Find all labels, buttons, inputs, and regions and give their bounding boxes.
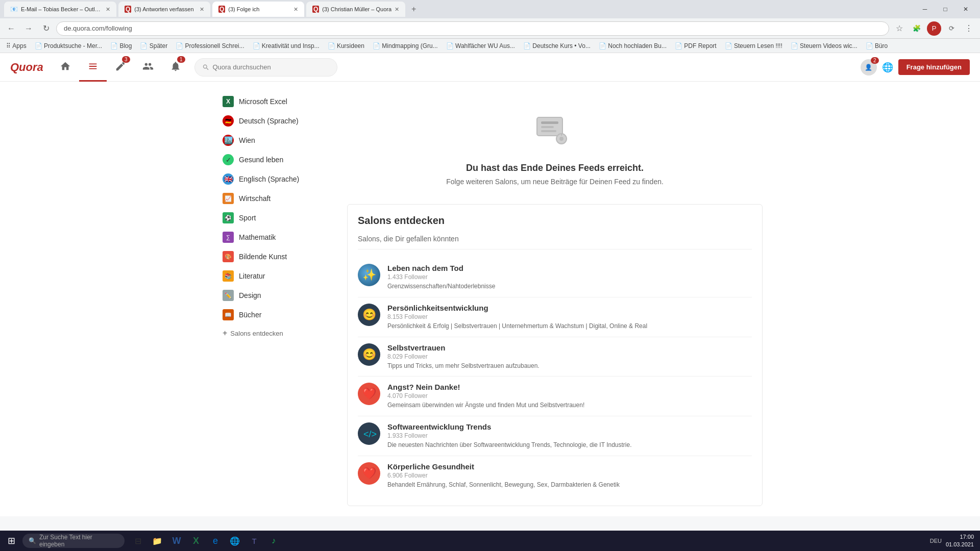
- language-button[interactable]: 🌐: [882, 62, 893, 73]
- bookmark-label: 📄 Produktsuche - Mer...: [35, 42, 102, 49]
- sidebar-item-design[interactable]: ✏️ Design: [217, 286, 335, 305]
- salons-card: Salons entdecken Salons, die Dir gefalle…: [347, 204, 763, 506]
- sidebar-item-sport[interactable]: ⚽ Sport: [217, 208, 335, 228]
- salon-item-angst[interactable]: ❤️ Angst? Nein Danke! 4.070 Follower Gem…: [358, 377, 752, 416]
- nav-home[interactable]: [52, 53, 79, 82]
- browser-tab-folge[interactable]: Q (3) Folge ich ✕: [212, 2, 304, 17]
- sidebar-item-deutsch[interactable]: 🇩🇪 Deutsch (Sprache): [217, 111, 335, 131]
- sidebar-icon-englisch: 🇬🇧: [223, 173, 234, 185]
- svg-point-5: [559, 137, 564, 141]
- avatar-button[interactable]: 👤 2: [861, 59, 877, 76]
- bookmark-wahlfaecher[interactable]: 📄 Wahlfächer WU Aus...: [444, 41, 517, 51]
- sidebar-item-englisch[interactable]: 🇬🇧 Englisch (Sprache): [217, 169, 335, 189]
- salon-avatar-selbst: 😊: [358, 343, 380, 366]
- new-tab-button[interactable]: +: [407, 3, 420, 16]
- browser-tab-bar: 📧 E-Mail – Tobias Becker – Outlook ✕ Q (…: [0, 0, 980, 18]
- salon-info-software: Softwareentwicklung Trends 1.933 Followe…: [387, 422, 752, 449]
- software-icon: </>: [361, 426, 377, 441]
- feed-icon: [87, 61, 99, 72]
- forward-button[interactable]: →: [21, 21, 36, 36]
- salons-card-title: Salons entdecken: [358, 215, 752, 227]
- sidebar-discover-salons[interactable]: + Salons entdecken: [217, 324, 335, 342]
- sidebar-item-wirtschaft[interactable]: 📈 Wirtschaft: [217, 189, 335, 208]
- bookmark-steuern2[interactable]: 📄 Steuern Videos wic...: [789, 41, 860, 51]
- bookmark-kursideen[interactable]: 📄 Kursideen: [326, 41, 366, 51]
- browser-tab-antworten[interactable]: Q (3) Antworten verfassen ✕: [118, 2, 210, 17]
- maximize-button[interactable]: □: [935, 1, 955, 17]
- tab-close-email[interactable]: ✕: [106, 6, 110, 13]
- bookmark-blog[interactable]: 📄 Blog: [108, 41, 134, 51]
- sidebar-item-microsoft-excel[interactable]: X Microsoft Excel: [217, 92, 335, 111]
- bookmark-steuern1[interactable]: 📄 Steuern Lesen !!!!: [723, 41, 785, 51]
- salon-avatar-persoenlichkeit: 😊: [358, 304, 380, 326]
- bookmark-star[interactable]: ☆: [892, 21, 906, 36]
- bookmark-professionell[interactable]: 📄 Professionell Schrei...: [174, 41, 246, 51]
- nav-notifications[interactable]: 1: [162, 53, 189, 82]
- salon-item-gesundheit[interactable]: ❤️ Körperliche Gesundheit 6.906 Follower…: [358, 456, 752, 495]
- search-bar[interactable]: [194, 58, 337, 77]
- menu-btn[interactable]: ⋮: [962, 21, 976, 36]
- tab-close-folge[interactable]: ✕: [293, 6, 298, 13]
- salon-name-gesundheit: Körperliche Gesundheit: [387, 462, 752, 471]
- salon-avatar-leben: ✨: [358, 264, 380, 286]
- bookmark-label: 📄 Steuern Lesen !!!!: [725, 42, 782, 49]
- salon-item-selbstvertrauen[interactable]: 😊 Selbstvertrauen 8.029 Follower Tipps u…: [358, 337, 752, 377]
- bookmark-label: 📄 Noch hochladen Bu...: [599, 42, 667, 49]
- search-input[interactable]: [212, 63, 329, 71]
- badge-notifications: 1: [177, 56, 185, 63]
- sidebar-icon-gesund: ✓: [223, 154, 234, 165]
- bookmark-spaeter[interactable]: 📄 Später: [138, 41, 169, 51]
- sync-btn[interactable]: ⟳: [944, 21, 959, 36]
- bookmark-label: 📄 Mindmapping (Gru...: [373, 42, 438, 49]
- sidebar-item-wien[interactable]: 🏙️ Wien: [217, 131, 335, 150]
- reload-button[interactable]: ↻: [39, 21, 53, 36]
- sidebar-icon-wien: 🏙️: [223, 135, 234, 146]
- minimize-button[interactable]: ─: [915, 1, 935, 17]
- salon-info-gesundheit: Körperliche Gesundheit 6.906 Follower Be…: [387, 462, 752, 489]
- bookmark-buero[interactable]: 📄 Büro: [864, 41, 890, 51]
- add-question-button[interactable]: Frage hinzufügen: [898, 59, 970, 75]
- extension-btn[interactable]: 🧩: [910, 21, 924, 36]
- bookmark-produktsuche[interactable]: 📄 Produktsuche - Mer...: [33, 41, 104, 51]
- browser-tab-christian[interactable]: Q (3) Christian Müller – Quora ✕: [306, 2, 405, 17]
- bookmarks-bar: ⠿ Apps 📄 Produktsuche - Mer... 📄 Blog 📄 …: [0, 39, 980, 53]
- tab-close-antworten[interactable]: ✕: [200, 6, 204, 13]
- bookmark-kreativitaet[interactable]: 📄 Kreativität und Insp...: [251, 41, 322, 51]
- nav-community[interactable]: [134, 53, 162, 82]
- sidebar-discover-label: Salons entdecken: [230, 330, 283, 337]
- feed-end-illustration: [532, 107, 578, 155]
- salon-item-persoenlichkeit[interactable]: 😊 Persönlichkeitsentwicklung 8.153 Follo…: [358, 297, 752, 337]
- bookmark-mindmapping[interactable]: 📄 Mindmapping (Gru...: [371, 41, 440, 51]
- salon-avatar-software: </>: [358, 422, 380, 445]
- browser-nav-bar: ← → ↻ de.quora.com/following ☆ 🧩 P ⟳ ⋮: [0, 18, 980, 39]
- tab-close-christian[interactable]: ✕: [395, 6, 399, 13]
- close-button[interactable]: ✕: [955, 1, 976, 17]
- sidebar-item-bildende-kunst[interactable]: 🎨 Bildende Kunst: [217, 247, 335, 266]
- sidebar-item-gesund-leben[interactable]: ✓ Gesund leben: [217, 150, 335, 169]
- tab-label: (3) Christian Müller – Quora: [322, 6, 391, 12]
- sidebar-icon-wirtschaft: 📈: [223, 193, 234, 204]
- sidebar-label-gesund: Gesund leben: [239, 156, 283, 164]
- sidebar-item-literatur[interactable]: 📚 Literatur: [217, 266, 335, 286]
- bookmark-deutsche-kurs[interactable]: 📄 Deutsche Kurs • Vo...: [521, 41, 593, 51]
- bookmark-apps[interactable]: ⠿ Apps: [4, 41, 29, 51]
- sidebar-item-mathematik[interactable]: ∑ Mathematik: [217, 228, 335, 247]
- salon-followers-leben: 1.433 Follower: [387, 273, 752, 281]
- profile-btn[interactable]: P: [927, 21, 941, 36]
- salon-desc-persoenlichkeit: Persönlichkeit & Erfolg | Selbstvertraue…: [387, 322, 752, 331]
- salon-item-software[interactable]: </> Softwareentwicklung Trends 1.933 Fol…: [358, 416, 752, 456]
- address-bar[interactable]: de.quora.com/following: [56, 21, 889, 36]
- browser-tab-email[interactable]: 📧 E-Mail – Tobias Becker – Outlook ✕: [4, 2, 116, 17]
- back-button[interactable]: ←: [4, 21, 18, 36]
- nav-following[interactable]: [79, 53, 107, 82]
- salon-info-persoenlichkeit: Persönlichkeitsentwicklung 8.153 Followe…: [387, 304, 752, 331]
- sidebar-item-buecher[interactable]: 📖 Bücher: [217, 305, 335, 324]
- end-of-feed: Du hast das Ende Deines Feeds erreicht. …: [347, 92, 763, 196]
- bookmark-pdf[interactable]: 📄 PDF Report: [673, 41, 719, 51]
- quora-logo[interactable]: Quora: [10, 61, 43, 74]
- bookmark-hochladen[interactable]: 📄 Noch hochladen Bu...: [597, 41, 669, 51]
- salon-item-leben-nach-dem-tod[interactable]: ✨ Leben nach dem Tod 1.433 Follower Gren…: [358, 258, 752, 297]
- nav-write[interactable]: 3: [107, 53, 134, 82]
- sidebar: X Microsoft Excel 🇩🇪 Deutsch (Sprache) 🏙…: [217, 92, 335, 506]
- search-icon: [202, 63, 210, 71]
